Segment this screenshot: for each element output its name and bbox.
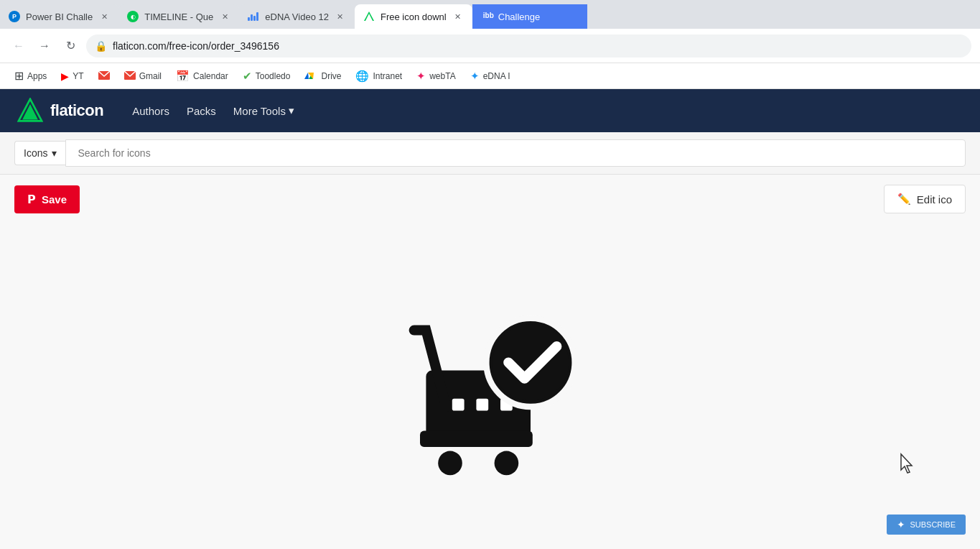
bookmark-toodledo[interactable]: ✔ Toodledo bbox=[237, 67, 297, 86]
bookmark-webta[interactable]: ✦ webTA bbox=[411, 67, 461, 86]
svg-point-11 bbox=[438, 451, 462, 475]
tab-close-timeline[interactable]: ✕ bbox=[219, 11, 230, 22]
reload-button[interactable]: ↻ bbox=[60, 36, 80, 56]
tab-label-powerbi: Power BI Challe bbox=[26, 11, 93, 22]
flaticon-logo-text: flaticon bbox=[50, 101, 103, 120]
tab-favicon-powerbi: P bbox=[9, 11, 20, 22]
svg-rect-13 bbox=[452, 398, 464, 410]
bookmark-yt-label: YT bbox=[73, 71, 83, 81]
bookmark-apps[interactable]: ⊞ Apps bbox=[9, 66, 52, 86]
nav-links: Authors Packs More Tools ▾ bbox=[132, 104, 294, 117]
intranet-icon: 🌐 bbox=[355, 70, 369, 83]
tab-close-edna[interactable]: ✕ bbox=[335, 11, 346, 22]
flaticon-navbar: flaticon Authors Packs More Tools ▾ bbox=[0, 89, 980, 132]
tab-label-ibb: Challenge bbox=[498, 11, 579, 22]
subscribe-icon: ✦ bbox=[897, 519, 905, 530]
tab-favicon-edna bbox=[248, 11, 259, 22]
svg-marker-8 bbox=[22, 104, 38, 120]
tab-bar: P Power BI Challe ✕ ◐ TIMELINE - Que ✕ bbox=[0, 0, 980, 29]
bookmark-toodledo-label: Toodledo bbox=[256, 71, 291, 81]
bookmark-calendar-label: Calendar bbox=[193, 71, 228, 81]
webta-icon: ✦ bbox=[416, 70, 426, 83]
tab-close-flaticon[interactable]: ✕ bbox=[452, 11, 464, 22]
bookmark-apps-label: Apps bbox=[27, 71, 47, 81]
website-content: flaticon Authors Packs More Tools ▾ Icon… bbox=[0, 89, 980, 549]
edit-icon-button[interactable]: ✏️ Edit ico bbox=[884, 185, 966, 213]
search-area: Icons ▾ bbox=[0, 132, 980, 175]
nav-packs[interactable]: Packs bbox=[187, 105, 216, 117]
back-icon: ← bbox=[13, 40, 24, 52]
bookmark-intranet[interactable]: 🌐 Intranet bbox=[350, 67, 408, 86]
forward-button[interactable]: → bbox=[34, 36, 55, 56]
tab-favicon-ibb: ibb bbox=[481, 11, 493, 22]
dropdown-arrow-icon: ▾ bbox=[52, 147, 57, 159]
gmail-icon-1 bbox=[98, 70, 110, 83]
reload-icon: ↻ bbox=[66, 39, 75, 52]
bookmark-edna-label: eDNA I bbox=[483, 71, 510, 81]
subscribe-button[interactable]: ✦ SUBSCRIBE bbox=[887, 515, 966, 535]
flaticon-logo[interactable]: flaticon bbox=[17, 98, 103, 124]
search-input[interactable] bbox=[65, 139, 966, 167]
bookmark-gmail-label: Gmail bbox=[139, 71, 162, 81]
tab-timeline[interactable]: ◐ TIMELINE - Que ✕ bbox=[118, 4, 239, 29]
icon-preview-area bbox=[0, 223, 980, 549]
action-bar: 𝗣 Save ✏️ Edit ico bbox=[0, 175, 980, 223]
pinterest-icon: 𝗣 bbox=[27, 193, 36, 206]
save-label: Save bbox=[42, 193, 67, 206]
tab-edna[interactable]: eDNA Video 12 ✕ bbox=[239, 4, 355, 29]
tab-ibb[interactable]: ibb Challenge bbox=[472, 4, 587, 29]
tab-favicon-flaticon bbox=[363, 11, 375, 22]
icons-dropdown-label: Icons bbox=[24, 147, 47, 159]
tab-label-edna: eDNA Video 12 bbox=[265, 11, 329, 22]
flaticon-logo-icon bbox=[17, 98, 43, 124]
svg-rect-10 bbox=[420, 430, 533, 446]
tab-favicon-timeline: ◐ bbox=[127, 11, 139, 22]
tab-label-timeline: TIMELINE - Que bbox=[144, 11, 213, 22]
address-text: flaticon.com/free-icon/order_3496156 bbox=[113, 40, 279, 52]
bookmark-drive[interactable]: Drive bbox=[299, 67, 347, 85]
svg-point-12 bbox=[494, 451, 518, 475]
apps-icon: ⊞ bbox=[14, 69, 24, 83]
bookmark-webta-label: webTA bbox=[429, 71, 455, 81]
address-bar[interactable]: 🔒 flaticon.com/free-icon/order_3496156 bbox=[86, 34, 971, 57]
bookmark-gmail2[interactable]: Gmail bbox=[118, 67, 167, 86]
bookmark-drive-label: Drive bbox=[321, 71, 341, 81]
svg-rect-14 bbox=[476, 398, 488, 410]
back-button[interactable]: ← bbox=[9, 36, 29, 56]
bookmark-gmail1[interactable] bbox=[93, 67, 116, 86]
tab-powerbi[interactable]: P Power BI Challe ✕ bbox=[0, 4, 118, 29]
calendar-icon: 📅 bbox=[176, 70, 190, 83]
subscribe-label: SUBSCRIBE bbox=[910, 520, 956, 529]
main-content: 𝗣 Save ✏️ Edit ico bbox=[0, 175, 980, 549]
forward-icon: → bbox=[39, 40, 50, 52]
dropdown-chevron-icon: ▾ bbox=[289, 104, 294, 117]
nav-authors[interactable]: Authors bbox=[132, 105, 169, 117]
icons-dropdown[interactable]: Icons ▾ bbox=[14, 141, 65, 165]
youtube-icon: ▶ bbox=[61, 70, 69, 82]
drive-icon bbox=[304, 70, 317, 82]
bookmark-edna[interactable]: ✦ eDNA I bbox=[465, 67, 516, 86]
browser-frame: P Power BI Challe ✕ ◐ TIMELINE - Que ✕ bbox=[0, 0, 980, 549]
tab-close-powerbi[interactable]: ✕ bbox=[98, 11, 110, 22]
edna-bookmark-icon: ✦ bbox=[470, 70, 480, 83]
bookmark-calendar[interactable]: 📅 Calendar bbox=[170, 67, 234, 86]
toodledo-icon: ✔ bbox=[243, 70, 252, 83]
save-button[interactable]: 𝗣 Save bbox=[14, 185, 80, 213]
edit-label: Edit ico bbox=[917, 193, 952, 206]
tab-label-flaticon: Free icon downl bbox=[381, 11, 447, 22]
cart-icon-container bbox=[390, 286, 591, 487]
gmail-icon-2 bbox=[124, 70, 136, 83]
bookmarks-bar: ⊞ Apps ▶ YT Gmail 📅 Calendar ✔ Toodledo bbox=[0, 63, 980, 89]
bookmark-intranet-label: Intranet bbox=[373, 71, 402, 81]
svg-marker-4 bbox=[304, 73, 309, 79]
edit-icon: ✏️ bbox=[897, 193, 911, 206]
lock-icon: 🔒 bbox=[95, 40, 107, 52]
tab-flaticon[interactable]: Free icon downl ✕ bbox=[355, 4, 472, 29]
bookmark-yt[interactable]: ▶ YT bbox=[55, 68, 89, 85]
nav-moretools[interactable]: More Tools ▾ bbox=[233, 104, 294, 117]
shopping-cart-check-icon bbox=[390, 286, 591, 487]
toolbar: ← → ↻ 🔒 flaticon.com/free-icon/order_349… bbox=[0, 29, 980, 63]
